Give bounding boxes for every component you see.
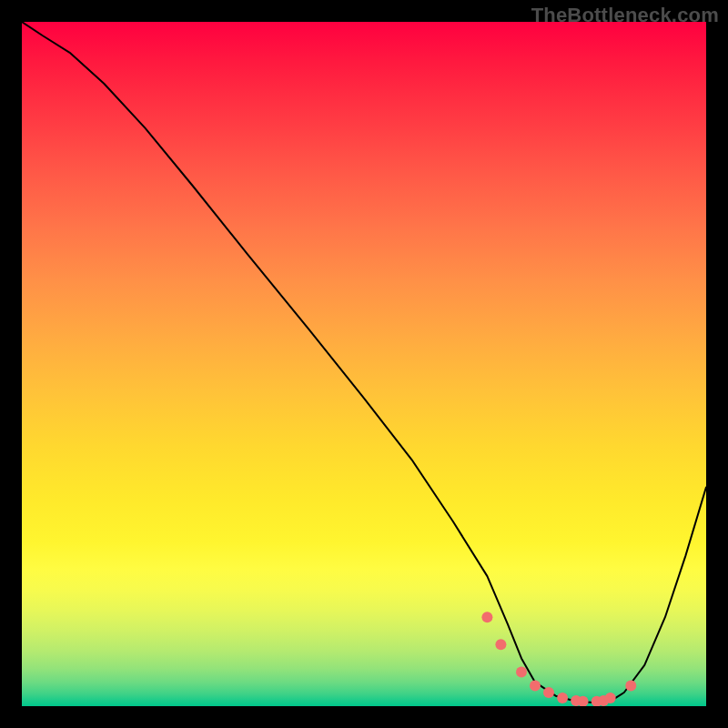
chart-canvas: TheBottleneck.com xyxy=(0,0,728,728)
highlight-dot xyxy=(481,612,492,622)
highlight-dot xyxy=(543,687,554,698)
watermark-text: TheBottleneck.com xyxy=(531,4,719,27)
highlight-dots xyxy=(481,612,636,706)
highlight-dot xyxy=(605,693,616,703)
highlight-dot xyxy=(530,680,541,691)
highlight-dot xyxy=(516,666,527,677)
highlight-dot xyxy=(557,693,568,703)
chart-svg xyxy=(22,22,706,706)
highlight-dot xyxy=(625,680,636,691)
plot-area xyxy=(22,22,706,706)
highlight-dot xyxy=(495,639,506,650)
main-curve xyxy=(22,22,706,703)
